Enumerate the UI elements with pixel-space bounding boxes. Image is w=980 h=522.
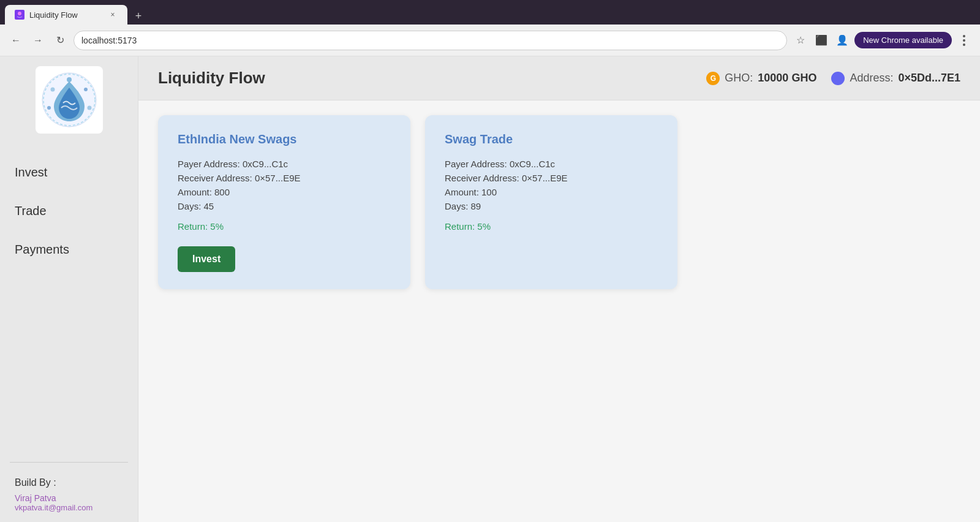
menu-dot <box>963 44 965 46</box>
svg-point-6 <box>87 106 91 110</box>
active-tab[interactable]: Liquidity Flow × <box>5 5 127 25</box>
browser-window: Liquidity Flow × + ← → ↻ localhost:5173 … <box>0 0 980 522</box>
tab-bar: Liquidity Flow × + <box>0 0 980 25</box>
bookmark-button[interactable]: ☆ <box>792 32 809 49</box>
app-logo <box>36 66 103 134</box>
url-text: localhost:5173 <box>81 36 137 45</box>
card-payer-address: Payer Address: 0xC9...C1c <box>445 159 658 169</box>
sidebar: Invest Trade Payments Build By : Viraj P… <box>0 56 138 522</box>
gho-balance: G GHO: 10000 GHO <box>706 72 816 85</box>
tab-favicon <box>15 10 24 20</box>
svg-point-8 <box>50 88 55 92</box>
svg-point-5 <box>84 88 88 91</box>
address-label: Address: <box>850 72 893 85</box>
menu-dot <box>963 39 965 42</box>
tab-title: Liquidity Flow <box>29 10 103 20</box>
new-tab-button[interactable]: + <box>130 7 147 25</box>
svg-point-7 <box>47 106 51 110</box>
card-title-ethindia: EthIndia New Swags <box>178 132 391 146</box>
builder-email: vkpatva.it@gmail.com <box>15 503 123 512</box>
card-return-swag-trade: Return: 5% <box>445 221 658 232</box>
sidebar-divider <box>10 462 128 463</box>
logo-svg <box>42 72 97 127</box>
extensions-icon: ⬛ <box>815 34 827 46</box>
address-bar[interactable]: localhost:5173 <box>74 31 787 50</box>
navigation-bar: ← → ↻ localhost:5173 ☆ ⬛ 👤 New Chrome av… <box>0 25 980 56</box>
cards-container: EthIndia New Swags Payer Address: 0xC9..… <box>138 100 980 304</box>
card-amount: Amount: 800 <box>178 187 391 197</box>
card-payer-address: Payer Address: 0xC9...C1c <box>178 159 391 169</box>
new-chrome-button[interactable]: New Chrome available <box>854 32 952 48</box>
extensions-button[interactable]: ⬛ <box>813 32 830 49</box>
gho-label: GHO: <box>725 72 753 85</box>
reload-button[interactable]: ↻ <box>51 32 69 49</box>
app-title: Liquidity Flow <box>158 69 265 88</box>
sidebar-payments-label: Payments <box>15 243 69 256</box>
builder-name: Viraj Patva <box>15 493 123 503</box>
sidebar-item-trade[interactable]: Trade <box>0 192 138 230</box>
invest-button-ethindia[interactable]: Invest <box>178 246 235 272</box>
investment-card-swag-trade: Swag Trade Payer Address: 0xC9...C1c Rec… <box>425 115 677 289</box>
app-header: Liquidity Flow G GHO: 10000 GHO Address:… <box>138 56 980 100</box>
sidebar-item-payments[interactable]: Payments <box>0 230 138 269</box>
nav-right-controls: ☆ ⬛ 👤 New Chrome available <box>792 32 973 49</box>
svg-point-1 <box>18 12 21 15</box>
main-content: Liquidity Flow G GHO: 10000 GHO Address:… <box>138 56 980 522</box>
menu-dot <box>963 35 965 37</box>
card-details-ethindia: Payer Address: 0xC9...C1c Receiver Addre… <box>178 159 391 211</box>
sidebar-item-invest[interactable]: Invest <box>0 153 138 192</box>
card-details-swag-trade: Payer Address: 0xC9...C1c Receiver Addre… <box>445 159 658 211</box>
card-days: Days: 45 <box>178 201 391 211</box>
card-return: Return: 5% <box>178 221 391 232</box>
svg-point-4 <box>67 77 72 82</box>
card-receiver-address: Receiver Address: 0×57...E9E <box>178 173 391 183</box>
back-icon: ← <box>11 35 21 46</box>
forward-icon: → <box>33 35 43 46</box>
investment-card-ethindia: EthIndia New Swags Payer Address: 0xC9..… <box>158 115 410 289</box>
card-days: Days: 89 <box>445 201 658 211</box>
gho-icon: G <box>706 72 720 85</box>
reload-icon: ↻ <box>56 34 64 46</box>
sidebar-trade-label: Trade <box>15 204 47 218</box>
card-receiver-address: Receiver Address: 0×57...E9E <box>445 173 658 183</box>
forward-button[interactable]: → <box>29 32 47 49</box>
account-button[interactable]: 👤 <box>834 32 851 49</box>
address-info: Address: 0×5Dd...7E1 <box>831 72 960 85</box>
sidebar-invest-label: Invest <box>15 165 47 179</box>
gho-amount: 10000 GHO <box>758 72 816 85</box>
header-right: G GHO: 10000 GHO Address: 0×5Dd...7E1 <box>706 72 960 85</box>
app-container: Invest Trade Payments Build By : Viraj P… <box>0 56 980 522</box>
back-button[interactable]: ← <box>7 32 24 49</box>
build-by-label: Build By : <box>15 477 123 488</box>
browser-menu-button[interactable] <box>956 32 973 49</box>
tab-close-button[interactable]: × <box>108 10 118 20</box>
card-amount: Amount: 100 <box>445 187 658 197</box>
address-value: 0×5Dd...7E1 <box>898 72 960 85</box>
sidebar-logo-area <box>0 56 138 143</box>
sidebar-footer: Build By : Viraj Patva vkpatva.it@gmail.… <box>0 467 138 522</box>
card-title-swag-trade: Swag Trade <box>445 132 658 146</box>
sidebar-navigation: Invest Trade Payments <box>0 143 138 457</box>
account-icon: 👤 <box>836 34 848 46</box>
bookmark-icon: ☆ <box>796 34 805 46</box>
address-icon <box>831 72 845 85</box>
